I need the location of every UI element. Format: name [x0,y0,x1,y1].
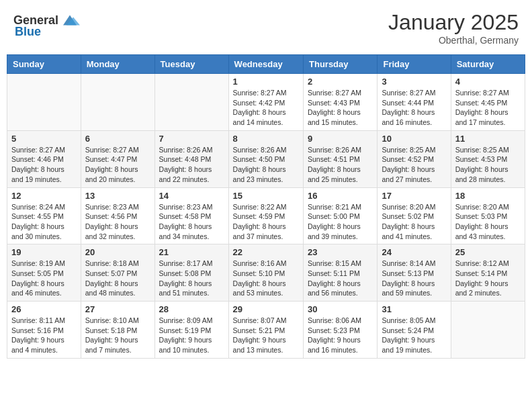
logo-blue-text: Blue [15,25,41,39]
day-number: 7 [159,134,224,144]
column-header-monday: Monday [81,55,154,74]
calendar-cell: 30Sunrise: 8:06 AM Sunset: 5:23 PM Dayli… [304,302,378,359]
calendar-week-row: 5Sunrise: 8:27 AM Sunset: 4:46 PM Daylig… [7,130,525,187]
calendar-cell: 5Sunrise: 8:27 AM Sunset: 4:46 PM Daylig… [7,130,81,187]
day-number: 12 [11,191,77,201]
calendar-cell: 14Sunrise: 8:23 AM Sunset: 4:58 PM Dayli… [154,187,228,244]
calendar-cell [81,74,154,131]
calendar-cell: 18Sunrise: 8:20 AM Sunset: 5:03 PM Dayli… [451,187,525,244]
calendar-cell: 21Sunrise: 8:17 AM Sunset: 5:08 PM Dayli… [154,244,228,302]
day-info: Sunrise: 8:22 AM Sunset: 4:59 PM Dayligh… [233,202,299,242]
day-number: 15 [233,191,299,201]
day-number: 5 [11,134,77,144]
day-info: Sunrise: 8:14 AM Sunset: 5:13 PM Dayligh… [382,259,446,298]
calendar-week-row: 12Sunrise: 8:24 AM Sunset: 4:55 PM Dayli… [7,187,525,244]
day-number: 31 [382,304,446,314]
calendar-cell: 16Sunrise: 8:21 AM Sunset: 5:00 PM Dayli… [304,187,378,244]
column-header-saturday: Saturday [451,55,525,74]
day-info: Sunrise: 8:07 AM Sunset: 5:21 PM Dayligh… [233,316,299,355]
day-info: Sunrise: 8:11 AM Sunset: 5:16 PM Dayligh… [11,316,77,355]
day-info: Sunrise: 8:24 AM Sunset: 4:55 PM Dayligh… [11,202,77,242]
column-header-friday: Friday [378,55,451,74]
day-number: 10 [382,134,446,144]
day-number: 3 [382,77,446,87]
calendar-cell: 7Sunrise: 8:26 AM Sunset: 4:48 PM Daylig… [154,130,228,187]
day-number: 30 [308,304,373,314]
day-number: 25 [455,247,521,257]
calendar-week-row: 19Sunrise: 8:19 AM Sunset: 5:05 PM Dayli… [7,244,525,302]
column-header-tuesday: Tuesday [154,55,228,74]
calendar-cell: 28Sunrise: 8:09 AM Sunset: 5:19 PM Dayli… [154,302,228,359]
calendar-cell: 10Sunrise: 8:25 AM Sunset: 4:52 PM Dayli… [378,130,451,187]
calendar-cell: 19Sunrise: 8:19 AM Sunset: 5:05 PM Dayli… [7,244,81,302]
day-number: 6 [85,134,150,144]
day-number: 8 [233,134,299,144]
day-info: Sunrise: 8:16 AM Sunset: 5:10 PM Dayligh… [233,259,299,298]
calendar-week-row: 1Sunrise: 8:27 AM Sunset: 4:42 PM Daylig… [7,74,525,131]
calendar-cell: 29Sunrise: 8:07 AM Sunset: 5:21 PM Dayli… [228,302,303,359]
logo: General Blue [13,10,80,39]
calendar-cell: 20Sunrise: 8:18 AM Sunset: 5:07 PM Dayli… [81,244,154,302]
day-number: 27 [85,304,150,314]
day-info: Sunrise: 8:23 AM Sunset: 4:58 PM Dayligh… [159,202,224,242]
day-info: Sunrise: 8:18 AM Sunset: 5:07 PM Dayligh… [85,259,150,298]
day-number: 4 [455,77,521,87]
day-number: 9 [308,134,373,144]
day-info: Sunrise: 8:19 AM Sunset: 5:05 PM Dayligh… [11,259,77,298]
day-number: 21 [159,247,224,257]
calendar-cell: 17Sunrise: 8:20 AM Sunset: 5:02 PM Dayli… [378,187,451,244]
day-info: Sunrise: 8:23 AM Sunset: 4:56 PM Dayligh… [85,202,150,242]
calendar-cell: 24Sunrise: 8:14 AM Sunset: 5:13 PM Dayli… [378,244,451,302]
day-info: Sunrise: 8:25 AM Sunset: 4:52 PM Dayligh… [382,145,446,185]
calendar-cell: 22Sunrise: 8:16 AM Sunset: 5:10 PM Dayli… [228,244,303,302]
calendar-cell: 31Sunrise: 8:05 AM Sunset: 5:24 PM Dayli… [378,302,451,359]
day-number: 22 [233,247,299,257]
calendar-cell: 1Sunrise: 8:27 AM Sunset: 4:42 PM Daylig… [228,74,303,131]
day-number: 11 [455,134,521,144]
day-info: Sunrise: 8:10 AM Sunset: 5:18 PM Dayligh… [85,316,150,355]
day-number: 13 [85,191,150,201]
calendar-cell: 23Sunrise: 8:15 AM Sunset: 5:11 PM Dayli… [304,244,378,302]
calendar-cell: 6Sunrise: 8:27 AM Sunset: 4:47 PM Daylig… [81,130,154,187]
calendar-cell: 8Sunrise: 8:26 AM Sunset: 4:50 PM Daylig… [228,130,303,187]
day-info: Sunrise: 8:12 AM Sunset: 5:14 PM Dayligh… [455,259,521,298]
day-info: Sunrise: 8:15 AM Sunset: 5:11 PM Dayligh… [308,259,373,298]
day-number: 16 [308,191,373,201]
day-info: Sunrise: 8:20 AM Sunset: 5:03 PM Dayligh… [455,202,521,242]
calendar-cell: 4Sunrise: 8:27 AM Sunset: 4:45 PM Daylig… [451,74,525,131]
column-header-thursday: Thursday [304,55,378,74]
day-number: 29 [233,304,299,314]
calendar-header-row: SundayMondayTuesdayWednesdayThursdayFrid… [7,55,525,74]
logo-icon [60,10,80,30]
calendar-cell [154,74,228,131]
day-info: Sunrise: 8:27 AM Sunset: 4:47 PM Dayligh… [85,145,150,185]
day-number: 14 [159,191,224,201]
day-number: 28 [159,304,224,314]
calendar-week-row: 26Sunrise: 8:11 AM Sunset: 5:16 PM Dayli… [7,302,525,359]
location-subtitle: Oberthal, Germany [388,35,519,46]
calendar-cell: 26Sunrise: 8:11 AM Sunset: 5:16 PM Dayli… [7,302,81,359]
day-info: Sunrise: 8:21 AM Sunset: 5:00 PM Dayligh… [308,202,373,242]
day-info: Sunrise: 8:26 AM Sunset: 4:48 PM Dayligh… [159,145,224,185]
day-info: Sunrise: 8:25 AM Sunset: 4:53 PM Dayligh… [455,145,521,185]
calendar-cell: 13Sunrise: 8:23 AM Sunset: 4:56 PM Dayli… [81,187,154,244]
column-header-sunday: Sunday [7,55,81,74]
day-info: Sunrise: 8:09 AM Sunset: 5:19 PM Dayligh… [159,316,224,355]
day-info: Sunrise: 8:26 AM Sunset: 4:51 PM Dayligh… [308,145,373,185]
page-header: General Blue January 2025 Oberthal, Germ… [7,7,525,49]
calendar-cell: 11Sunrise: 8:25 AM Sunset: 4:53 PM Dayli… [451,130,525,187]
day-info: Sunrise: 8:27 AM Sunset: 4:42 PM Dayligh… [233,88,299,128]
day-info: Sunrise: 8:27 AM Sunset: 4:44 PM Dayligh… [382,88,446,128]
day-info: Sunrise: 8:06 AM Sunset: 5:23 PM Dayligh… [308,316,373,355]
day-number: 18 [455,191,521,201]
calendar-cell: 2Sunrise: 8:27 AM Sunset: 4:43 PM Daylig… [304,74,378,131]
day-info: Sunrise: 8:26 AM Sunset: 4:50 PM Dayligh… [233,145,299,185]
calendar-cell: 27Sunrise: 8:10 AM Sunset: 5:18 PM Dayli… [81,302,154,359]
day-number: 24 [382,247,446,257]
day-info: Sunrise: 8:27 AM Sunset: 4:43 PM Dayligh… [308,88,373,128]
calendar-cell: 15Sunrise: 8:22 AM Sunset: 4:59 PM Dayli… [228,187,303,244]
day-info: Sunrise: 8:27 AM Sunset: 4:46 PM Dayligh… [11,145,77,185]
day-info: Sunrise: 8:05 AM Sunset: 5:24 PM Dayligh… [382,316,446,355]
calendar-cell: 25Sunrise: 8:12 AM Sunset: 5:14 PM Dayli… [451,244,525,302]
day-number: 1 [233,77,299,87]
